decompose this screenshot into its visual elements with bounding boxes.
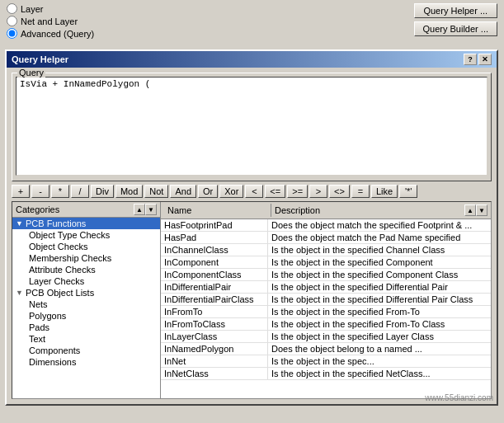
- top-controls: Layer Net and Layer Advanced (Query) Que…: [0, 0, 504, 42]
- query-input[interactable]: IsVia + InNamedPolygon (: [16, 77, 488, 176]
- components-label: Components: [29, 345, 80, 355]
- radio-net-layer[interactable]: Net and Layer: [7, 16, 94, 26]
- toggle-pcb-object-lists: ▼: [16, 289, 24, 297]
- result-name: InNamedPolygon: [161, 343, 268, 355]
- op-multiply[interactable]: *: [51, 185, 69, 198]
- result-desc: Does the object match the specified Foot…: [268, 219, 491, 231]
- result-name: InComponentClass: [161, 269, 268, 280]
- result-row[interactable]: InDifferentialPair Is the object in the …: [161, 281, 491, 294]
- result-row[interactable]: InNetClass Is the object in the specifie…: [161, 368, 491, 380]
- result-name: InNet: [161, 355, 268, 367]
- op-div[interactable]: Div: [91, 185, 114, 198]
- op-ne[interactable]: <>: [329, 185, 350, 198]
- op-gte[interactable]: >=: [287, 185, 308, 198]
- result-desc: Is the object in the specified Different…: [268, 294, 491, 305]
- tree-item-polygons[interactable]: Polygons: [12, 310, 160, 322]
- result-name: InLayerClass: [161, 331, 268, 342]
- categories-scroll-down[interactable]: ▼: [145, 204, 157, 215]
- op-or[interactable]: Or: [198, 185, 218, 198]
- result-row[interactable]: InDifferentialPairClass Is the object in…: [161, 294, 491, 306]
- results-list: HasFootprintPad Does the object match th…: [161, 219, 491, 398]
- query-group-label: Query: [17, 68, 45, 78]
- polygons-label: Polygons: [29, 311, 66, 321]
- operator-bar: + - * / Div Mod Not And Or Xor < <= >= >…: [12, 185, 492, 198]
- result-row[interactable]: InComponent Is the object in the specifi…: [161, 256, 491, 269]
- op-plus[interactable]: +: [12, 185, 30, 198]
- result-row[interactable]: InFromToClass Is the object in the speci…: [161, 318, 491, 331]
- result-desc: Is the object in the specified Layer Cla…: [268, 331, 491, 342]
- op-eq[interactable]: =: [351, 185, 370, 198]
- radio-net-layer-input[interactable]: [7, 16, 17, 26]
- radio-advanced-label: Advanced (Query): [21, 29, 94, 39]
- results-scroll-down[interactable]: ▼: [476, 204, 488, 216]
- result-row[interactable]: HasFootprintPad Does the object match th…: [161, 219, 491, 232]
- result-row[interactable]: HasPad Does the object match the Pad Nam…: [161, 232, 491, 244]
- op-and[interactable]: And: [170, 185, 196, 198]
- result-desc: Is the object in the specified From-To: [268, 306, 491, 317]
- tree-item-object-checks[interactable]: Object Checks: [12, 241, 160, 252]
- dialog-titlebar: Query Helper ? ✕: [7, 51, 497, 68]
- op-like[interactable]: Like: [371, 185, 398, 198]
- result-desc: Is the object in the specified Different…: [268, 281, 491, 293]
- tree-item-pcb-object-lists[interactable]: ▼ PCB Object Lists: [12, 287, 160, 298]
- titlebar-buttons: ? ✕: [464, 54, 492, 65]
- categories-tree: ▼ PCB Functions Object Type Checks Objec…: [12, 218, 160, 398]
- close-button[interactable]: ✕: [478, 54, 492, 65]
- dialog-title: Query Helper: [12, 54, 68, 64]
- categories-panel: Categories ▲ ▼ ▼ PCB Functions Object Ty…: [12, 202, 161, 398]
- result-row[interactable]: InFromTo Is the object in the specified …: [161, 306, 491, 318]
- dialog-content: Query IsVia + InNamedPolygon ( + - * / D…: [7, 68, 497, 404]
- results-scroll-up[interactable]: ▲: [464, 204, 476, 216]
- help-button[interactable]: ?: [464, 54, 477, 65]
- pads-label: Pads: [29, 322, 49, 332]
- query-helper-button[interactable]: Query Helper ...: [414, 3, 497, 18]
- tree-item-attribute-checks[interactable]: Attribute Checks: [12, 264, 160, 275]
- radio-layer[interactable]: Layer: [7, 3, 94, 14]
- op-divide[interactable]: /: [71, 185, 89, 198]
- result-name: InFromTo: [161, 306, 268, 317]
- tree-item-membership-checks[interactable]: Membership Checks: [12, 252, 160, 264]
- result-name: InDifferentialPair: [161, 281, 268, 293]
- bottom-panel: Categories ▲ ▼ ▼ PCB Functions Object Ty…: [12, 201, 492, 399]
- col-desc-header: Description: [271, 204, 464, 217]
- result-row[interactable]: InChannelClass Is the object in the spec…: [161, 244, 491, 256]
- tree-item-nets[interactable]: Nets: [12, 298, 160, 310]
- tree-item-components[interactable]: Components: [12, 345, 160, 356]
- query-builder-button[interactable]: Query Builder ...: [414, 21, 497, 36]
- op-wildcard[interactable]: '*': [399, 185, 417, 198]
- tree-item-layer-checks[interactable]: Layer Checks: [12, 275, 160, 287]
- categories-scroll-up[interactable]: ▲: [134, 204, 145, 215]
- radio-advanced[interactable]: Advanced (Query): [7, 28, 94, 39]
- result-row[interactable]: InLayerClass Is the object in the specif…: [161, 331, 491, 343]
- result-desc: Is the object in the specified Component…: [268, 269, 491, 280]
- op-lte[interactable]: <=: [265, 185, 285, 198]
- radio-advanced-input[interactable]: [7, 28, 17, 39]
- op-xor[interactable]: Xor: [219, 185, 243, 198]
- result-row[interactable]: InComponentClass Is the object in the sp…: [161, 269, 491, 281]
- op-gt[interactable]: >: [309, 185, 327, 198]
- text-label: Text: [29, 334, 45, 344]
- radio-layer-input[interactable]: [7, 3, 17, 14]
- categories-label: Categories: [16, 204, 59, 214]
- results-panel: Name Description ▲ ▼ HasFootprintPad Doe…: [161, 202, 491, 398]
- tree-item-text[interactable]: Text: [12, 333, 160, 345]
- col-name-header: Name: [164, 204, 271, 217]
- query-helper-dialog: Query Helper ? ✕ Query IsVia + InNamedPo…: [5, 49, 498, 406]
- op-lt[interactable]: <: [245, 185, 263, 198]
- radio-net-layer-label: Net and Layer: [21, 16, 78, 26]
- pcb-functions-label: PCB Functions: [26, 219, 86, 228]
- result-name: InChannelClass: [161, 244, 268, 256]
- op-mod[interactable]: Mod: [115, 185, 143, 198]
- tree-item-object-type-checks[interactable]: Object Type Checks: [12, 229, 160, 241]
- tree-item-pads[interactable]: Pads: [12, 322, 160, 333]
- result-row[interactable]: InNamedPolygon Does the object belong to…: [161, 343, 491, 355]
- tree-item-pcb-functions[interactable]: ▼ PCB Functions: [12, 218, 160, 229]
- result-row[interactable]: InNet Is the object in the spec...: [161, 355, 491, 368]
- op-minus[interactable]: -: [31, 185, 49, 198]
- tree-item-dimensions[interactable]: Dimensions: [12, 356, 160, 368]
- op-not[interactable]: Not: [144, 185, 168, 198]
- result-name: InComponent: [161, 256, 268, 268]
- result-desc: Does the object belong to a named ...: [268, 343, 491, 355]
- layer-checks-label: Layer Checks: [29, 276, 84, 286]
- result-name: InDifferentialPairClass: [161, 294, 268, 305]
